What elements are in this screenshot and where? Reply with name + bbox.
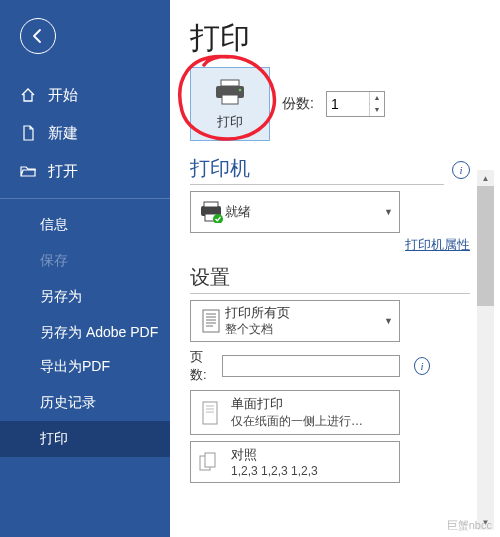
info-icon[interactable]: i [452, 161, 470, 179]
info-icon[interactable]: i [414, 357, 430, 375]
svg-rect-14 [203, 402, 217, 424]
sidebar-divider [0, 198, 170, 199]
print-scope-line1: 打印所有页 [225, 305, 384, 322]
sidebar-label: 另存为 Adobe PDF [40, 323, 158, 341]
sidebar-label: 开始 [48, 86, 78, 105]
back-button[interactable] [20, 18, 56, 54]
spinner-down[interactable]: ▼ [370, 104, 384, 116]
backstage-sidebar: 开始 新建 打开 信息 保存 另存为 另存为 Adobe PDF 导出为PDF … [0, 0, 170, 537]
sidebar-item-info[interactable]: 信息 [0, 207, 170, 243]
single-side-icon [197, 400, 223, 426]
print-scope-line2: 整个文档 [225, 322, 384, 338]
sidebar-item-history[interactable]: 历史记录 [0, 385, 170, 421]
print-button-label: 打印 [217, 113, 243, 131]
printer-ready-icon [197, 201, 225, 223]
page-all-icon [197, 308, 225, 334]
copies-input[interactable] [327, 92, 369, 116]
sidebar-label: 打印 [40, 430, 68, 448]
sidebar-item-print[interactable]: 打印 [0, 421, 170, 457]
collate-line2: 1,2,3 1,2,3 1,2,3 [231, 464, 318, 478]
printer-section-title: 打印机 [190, 155, 444, 185]
single-side-option[interactable]: 单面打印 仅在纸面的一侧上进行… [190, 390, 400, 435]
sidebar-item-save: 保存 [0, 243, 170, 279]
single-side-line1: 单面打印 [231, 395, 363, 413]
copies-spinner[interactable]: ▲ ▼ [326, 91, 385, 117]
printer-properties-link[interactable]: 打印机属性 [405, 237, 470, 252]
sidebar-item-saveas[interactable]: 另存为 [0, 279, 170, 315]
sidebar-item-new[interactable]: 新建 [0, 114, 170, 152]
pages-input[interactable] [222, 355, 400, 377]
collate-icon [197, 450, 223, 474]
svg-rect-8 [203, 310, 219, 332]
watermark: 巨蟹nbcc [447, 518, 492, 533]
collate-line1: 对照 [231, 446, 318, 464]
sidebar-label: 新建 [48, 124, 78, 143]
sidebar-label: 历史记录 [40, 394, 96, 412]
svg-rect-5 [204, 202, 218, 207]
sidebar-label: 另存为 [40, 288, 82, 306]
printer-status: 就绪 [225, 204, 384, 221]
printer-icon [213, 78, 247, 109]
sidebar-label: 导出为PDF [40, 358, 110, 376]
print-button[interactable]: 打印 [190, 67, 270, 141]
single-side-line2: 仅在纸面的一侧上进行… [231, 413, 363, 430]
copies-label: 份数: [282, 95, 314, 113]
svg-rect-2 [222, 95, 238, 104]
sidebar-item-open[interactable]: 打开 [0, 152, 170, 190]
svg-point-3 [239, 88, 242, 91]
arrow-left-icon [29, 27, 47, 45]
sidebar-item-home[interactable]: 开始 [0, 76, 170, 114]
sidebar-item-export-pdf[interactable]: 导出为PDF [0, 349, 170, 385]
page-title: 打印 [190, 18, 500, 59]
settings-section-title: 设置 [190, 264, 470, 294]
collate-option[interactable]: 对照 1,2,3 1,2,3 1,2,3 [190, 441, 400, 483]
printer-select-dropdown[interactable]: 就绪 ▼ [190, 191, 400, 233]
svg-rect-0 [221, 80, 239, 86]
folder-open-icon [20, 163, 36, 179]
svg-rect-19 [205, 453, 215, 467]
spinner-up[interactable]: ▲ [370, 92, 384, 104]
document-icon [20, 125, 36, 141]
sidebar-label: 打开 [48, 162, 78, 181]
sidebar-label: 保存 [40, 252, 68, 270]
chevron-down-icon: ▼ [384, 207, 393, 217]
sidebar-label: 信息 [40, 216, 68, 234]
scroll-thumb[interactable] [477, 186, 494, 306]
chevron-down-icon: ▼ [384, 316, 393, 326]
home-icon [20, 87, 36, 103]
print-scope-dropdown[interactable]: 打印所有页 整个文档 ▼ [190, 300, 400, 342]
pages-label: 页数: [190, 348, 216, 384]
scroll-up-button[interactable]: ▲ [477, 170, 494, 186]
sidebar-item-saveas-adobe[interactable]: 另存为 Adobe PDF [0, 315, 170, 349]
scrollbar[interactable]: ▲ ▼ [477, 170, 494, 530]
print-backstage-panel: 打印 打印 份数: ▲ ▼ 打印机 i 就绪 ▼ 打印机属性 [170, 0, 500, 537]
